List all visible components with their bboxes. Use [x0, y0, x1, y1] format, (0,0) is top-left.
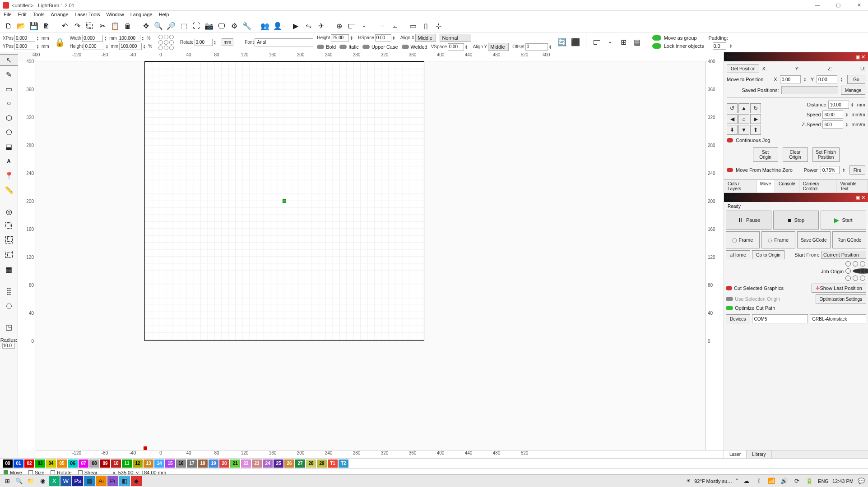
- welded-toggle[interactable]: [402, 45, 409, 49]
- group-icon[interactable]: 👥: [260, 21, 270, 31]
- tab-move[interactable]: Move: [757, 180, 775, 193]
- excel-icon[interactable]: X: [49, 476, 60, 486]
- run-gcode-button[interactable]: Run GCode: [832, 231, 866, 248]
- radius-input[interactable]: [2, 343, 15, 349]
- clear-origin-button[interactable]: Clear Origin: [783, 147, 808, 162]
- arrange-col-icon[interactable]: ⫞: [605, 37, 615, 47]
- move-from-zero-toggle[interactable]: [727, 168, 733, 172]
- anchor-grid[interactable]: [158, 35, 174, 50]
- port-select[interactable]: COM5: [752, 314, 808, 323]
- jog-zup-button[interactable]: ⬆: [750, 125, 761, 135]
- word-icon[interactable]: W: [60, 476, 71, 486]
- palette-swatch[interactable]: 23: [252, 459, 262, 468]
- palette-swatch[interactable]: 07: [79, 459, 88, 468]
- maximize-button[interactable]: ▢: [832, 2, 845, 8]
- move-panel-close-icon[interactable]: ✕: [861, 54, 865, 60]
- font-select[interactable]: [255, 38, 313, 46]
- palette-swatch[interactable]: 17: [187, 459, 197, 468]
- ps-icon[interactable]: Ps: [72, 476, 83, 486]
- units-button[interactable]: mm: [222, 38, 234, 46]
- new-icon[interactable]: 🗋: [4, 21, 14, 31]
- distribute-h-icon[interactable]: ⫟: [377, 21, 387, 31]
- bold-toggle[interactable]: [317, 45, 324, 49]
- text-tool[interactable]: A: [3, 155, 15, 167]
- cut-selected-toggle[interactable]: [726, 286, 732, 290]
- devices-button[interactable]: Devices: [726, 314, 750, 323]
- explorer-icon[interactable]: 📁: [25, 476, 36, 486]
- align-h-icon[interactable]: ⫞: [359, 21, 369, 31]
- uppercase-toggle[interactable]: [362, 45, 370, 49]
- mirror-h-icon[interactable]: ⇋: [303, 21, 313, 31]
- stop-button[interactable]: ■Stop: [773, 211, 819, 230]
- menu-language[interactable]: Language: [130, 12, 153, 19]
- xpos-input[interactable]: [14, 35, 35, 42]
- zoom-selection-icon[interactable]: ⛶: [191, 21, 201, 31]
- pan-icon[interactable]: ✥: [141, 21, 151, 31]
- start-button[interactable]: ▶Start: [821, 211, 866, 230]
- polygon-tool[interactable]: ⬡: [3, 112, 15, 124]
- menu-edit[interactable]: Edit: [18, 12, 27, 19]
- jog-home-button[interactable]: ⌂: [738, 114, 749, 124]
- ypos-input[interactable]: [14, 43, 35, 50]
- minimize-button[interactable]: —: [811, 2, 824, 8]
- move-x-input[interactable]: [780, 75, 801, 83]
- palette-swatch[interactable]: 27: [295, 459, 305, 468]
- optimize-toggle[interactable]: [726, 306, 733, 310]
- array-tool[interactable]: ▦: [3, 263, 15, 275]
- textmode-select[interactable]: Normal: [440, 34, 471, 42]
- notifications-icon[interactable]: 💬: [857, 476, 865, 486]
- move-y-input[interactable]: [817, 75, 837, 83]
- jog-ne-button[interactable]: ↻: [750, 103, 761, 113]
- zspeed-input[interactable]: [822, 120, 843, 129]
- palette-swatch[interactable]: 29: [317, 459, 327, 468]
- close-button[interactable]: ✕: [853, 2, 865, 8]
- volume-icon[interactable]: 🔊: [780, 476, 788, 486]
- palette-swatch[interactable]: 28: [306, 459, 316, 468]
- saved-pos-select[interactable]: [781, 86, 838, 94]
- arrange-nest-icon[interactable]: ▤: [632, 37, 642, 47]
- palette-swatch[interactable]: 26: [284, 459, 294, 468]
- tab-cuts-layers[interactable]: Cuts / Layers: [724, 180, 757, 193]
- goto-origin-button[interactable]: Go to Origin: [752, 250, 784, 259]
- menu-arrange[interactable]: Arrange: [51, 12, 68, 19]
- palette-swatch[interactable]: 21: [230, 459, 240, 468]
- marker-tool[interactable]: 📍: [3, 170, 15, 181]
- pause-button[interactable]: ⏸Pause: [726, 211, 771, 230]
- mirror-v-icon[interactable]: ✈: [316, 21, 326, 31]
- save-gcode-button[interactable]: Save GCode: [797, 231, 831, 248]
- height-input[interactable]: [84, 43, 104, 50]
- set-finish-button[interactable]: Set Finish Position: [812, 147, 840, 162]
- jog-zdown-button[interactable]: ⬇: [727, 125, 738, 135]
- delete-icon[interactable]: 🗑: [123, 21, 133, 31]
- startfrom-select[interactable]: Current Position: [821, 251, 866, 259]
- palette-swatch[interactable]: 04: [46, 459, 56, 468]
- onedrive-icon[interactable]: ☁: [742, 476, 750, 486]
- jog-up-button[interactable]: ▲: [738, 103, 749, 113]
- paste-icon[interactable]: 📋: [110, 21, 120, 31]
- arrange-row-icon[interactable]: ⫍: [592, 37, 602, 47]
- canvas-area[interactable]: 400-120-80-40040801201602002402803203604…: [18, 52, 724, 458]
- palette-swatch[interactable]: 20: [219, 459, 229, 468]
- jog-nw-button[interactable]: ↺: [727, 103, 738, 113]
- palette-swatch[interactable]: 12: [133, 459, 143, 468]
- height-pct-input[interactable]: [119, 43, 142, 50]
- menu-laser-tools[interactable]: Laser Tools: [75, 12, 100, 19]
- distribute-v-icon[interactable]: ⫠: [390, 21, 400, 31]
- lock-icon[interactable]: 🔒: [55, 37, 65, 47]
- palette-swatch[interactable]: 18: [198, 459, 208, 468]
- move-check-icon[interactable]: [4, 470, 8, 475]
- bluetooth-icon[interactable]: ᛒ: [755, 476, 763, 486]
- circular-array-tool[interactable]: ◌: [3, 299, 15, 311]
- select-tool[interactable]: ↖: [0, 54, 19, 66]
- export-icon[interactable]: 🗎: [42, 21, 51, 31]
- lang-indicator[interactable]: ENG: [818, 478, 829, 484]
- lock-inner-toggle[interactable]: [652, 43, 661, 49]
- jog-down-button[interactable]: ▼: [738, 125, 749, 135]
- clock[interactable]: 12:43 PM: [832, 478, 854, 484]
- width-pct-input[interactable]: [118, 35, 140, 42]
- palette-swatch[interactable]: 15: [165, 459, 175, 468]
- move-panel-dock-icon[interactable]: ▣: [855, 54, 860, 60]
- jog-right-button[interactable]: ▶: [750, 114, 761, 124]
- line-tool[interactable]: ✎: [3, 69, 15, 80]
- palette-swatch[interactable]: 22: [241, 459, 251, 468]
